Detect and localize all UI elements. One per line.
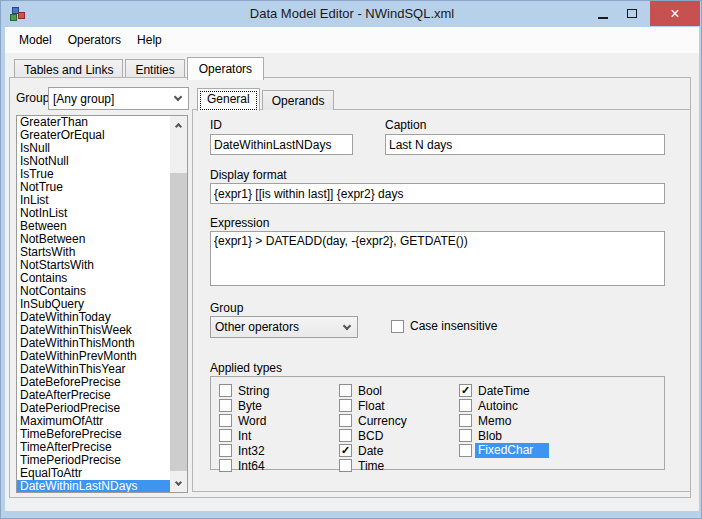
close-icon: × [670,1,679,26]
operator-listbox: GreaterThanGreaterOrEqualIsNullIsNotNull… [16,115,188,493]
minimize-button[interactable] [588,1,617,26]
maximize-button[interactable] [617,1,646,26]
list-item-dateafterprecise[interactable]: DateAfterPrecise [17,389,170,402]
list-item-timebeforeprecise[interactable]: TimeBeforePrecise [17,428,170,441]
tab-tables-and-links[interactable]: Tables and Links [14,59,123,79]
type-option-int: Int [219,428,269,443]
list-item-datewithinthisweek[interactable]: DateWithinThisWeek [17,324,170,337]
list-item-inlist[interactable]: InList [17,194,170,207]
list-item-greaterorequal[interactable]: GreaterOrEqual [17,129,170,142]
detail-tabstrip: GeneralOperands [197,86,336,110]
applied-types-column-1: StringByteWordIntInt32Int64 [219,383,269,473]
list-item-greaterthan[interactable]: GreaterThan [17,116,170,129]
type-option-bcd: BCD [339,428,407,443]
chevron-down-icon [343,321,351,329]
list-item-notcontains[interactable]: NotContains [17,285,170,298]
scrollbar-thumb[interactable] [170,173,187,471]
list-item-datewithinlastndays[interactable]: DateWithinLastNDays [17,480,170,492]
type-option-blob: Blob [459,428,549,443]
type-checkbox-bcd[interactable] [339,429,352,442]
type-option-int32: Int32 [219,443,269,458]
type-checkbox-time[interactable] [339,459,352,472]
type-checkbox-int[interactable] [219,429,232,442]
list-item-notbetween[interactable]: NotBetween [17,233,170,246]
close-button[interactable]: × [650,1,700,26]
operator-group-dropdown[interactable]: Other operators [210,316,358,338]
type-checkbox-datetime[interactable]: ✓ [459,384,472,397]
list-item-notstartswith[interactable]: NotStartsWith [17,259,170,272]
type-label-byte: Byte [238,399,262,413]
operator-group-label: Group [210,301,243,315]
list-item-datebeforeprecise[interactable]: DateBeforePrecise [17,376,170,389]
type-option-currency: Currency [339,413,407,428]
group-filter-dropdown[interactable]: [Any group] [48,87,189,110]
type-label-memo: Memo [478,414,511,428]
case-insensitive-checkbox[interactable] [391,320,404,333]
type-checkbox-fixedchar[interactable] [459,444,472,457]
list-item-equaltoattr[interactable]: EqualToAttr [17,467,170,480]
list-item-datewithinthisyear[interactable]: DateWithinThisYear [17,363,170,376]
scroll-up-button[interactable] [170,116,187,133]
list-item-startswith[interactable]: StartsWith [17,246,170,259]
id-field[interactable] [210,134,353,155]
case-insensitive-label: Case insensitive [410,319,497,333]
menu-item-help[interactable]: Help [129,29,170,51]
type-label-date: Date [358,444,383,458]
type-checkbox-int32[interactable] [219,444,232,457]
tab-operands[interactable]: Operands [262,90,335,110]
client-area: Tables and LinksEntitiesOperators Group:… [5,53,699,511]
type-checkbox-memo[interactable] [459,414,472,427]
caption-label: Caption [385,118,426,132]
list-item-timeafterprecise[interactable]: TimeAfterPrecise [17,441,170,454]
type-checkbox-blob[interactable] [459,429,472,442]
menu-item-model[interactable]: Model [11,29,60,51]
type-checkbox-string[interactable] [219,384,232,397]
type-label-word: Word [238,414,266,428]
list-scrollbar[interactable] [170,116,187,492]
type-checkbox-bool[interactable] [339,384,352,397]
type-label-blob: Blob [478,429,502,443]
expression-field[interactable]: {expr1} > DATEADD(day, -{expr2}, GETDATE… [210,231,665,286]
type-checkbox-byte[interactable] [219,399,232,412]
list-item-datewithintoday[interactable]: DateWithinToday [17,311,170,324]
list-item-insubquery[interactable]: InSubQuery [17,298,170,311]
chevron-down-icon [174,93,182,101]
list-item-between[interactable]: Between [17,220,170,233]
list-item-nottrue[interactable]: NotTrue [17,181,170,194]
list-item-notinlist[interactable]: NotInList [17,207,170,220]
type-option-time: Time [339,458,407,473]
tab-general[interactable]: General [197,88,260,111]
list-item-timeperiodprecise[interactable]: TimePeriodPrecise [17,454,170,467]
list-item-isnotnull[interactable]: IsNotNull [17,155,170,168]
list-item-dateperiodprecise[interactable]: DatePeriodPrecise [17,402,170,415]
display-format-field[interactable] [210,183,665,204]
list-item-datewithinprevmonth[interactable]: DateWithinPrevMonth [17,350,170,363]
type-checkbox-word[interactable] [219,414,232,427]
list-item-datewithinthismonth[interactable]: DateWithinThisMonth [17,337,170,350]
list-item-istrue[interactable]: IsTrue [17,168,170,181]
menubar: ModelOperatorsHelp [5,27,699,53]
list-item-maximumofattr[interactable]: MaximumOfAttr [17,415,170,428]
type-checkbox-autoinc[interactable] [459,399,472,412]
type-checkbox-float[interactable] [339,399,352,412]
caption-field[interactable] [385,134,665,155]
main-tabstrip: Tables and LinksEntitiesOperators [14,56,266,79]
group-filter-value: [Any group] [49,92,175,106]
type-option-byte: Byte [219,398,269,413]
type-checkbox-date[interactable]: ✓ [339,444,352,457]
menu-item-operators[interactable]: Operators [60,29,129,51]
list-item-isnull[interactable]: IsNull [17,142,170,155]
chevron-up-icon [175,122,182,129]
scroll-down-button[interactable] [170,475,187,492]
type-option-float: Float [339,398,407,413]
operator-group-value: Other operators [211,320,344,334]
tab-entities[interactable]: Entities [125,59,184,79]
type-checkbox-int64[interactable] [219,459,232,472]
operator-list: GreaterThanGreaterOrEqualIsNullIsNotNull… [17,116,170,492]
type-checkbox-currency[interactable] [339,414,352,427]
type-option-fixedchar: FixedChar [459,443,549,458]
data-model-editor-window: Data Model Editor - NWindSQL.xml × Model… [0,0,702,519]
tab-operators[interactable]: Operators [187,57,264,80]
list-item-contains[interactable]: Contains [17,272,170,285]
type-label-fixedchar: FixedChar [475,443,549,458]
